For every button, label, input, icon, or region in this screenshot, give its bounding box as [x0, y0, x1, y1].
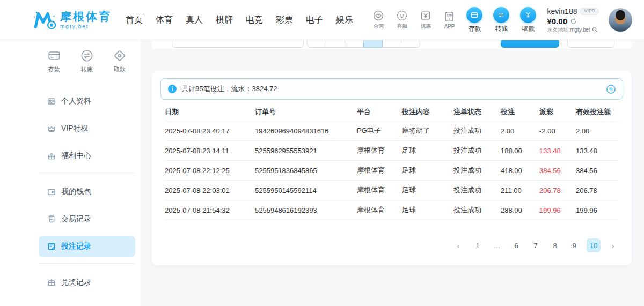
cell-valid: 199.96 — [576, 206, 619, 214]
filter-segment[interactable] — [382, 40, 401, 48]
sidebar-deposit-label: 存款 — [48, 65, 60, 73]
page-button-1[interactable]: 1 — [471, 238, 485, 252]
sidebar-item-wallet[interactable]: 我的钱包 — [39, 181, 135, 203]
cell-platform: PG电子 — [357, 126, 402, 136]
cell-date: 2025-07-08 23:40:17 — [165, 127, 255, 135]
sidebar-deposit-button[interactable]: 存款 — [47, 49, 61, 73]
sidebar-item-vip[interactable]: VIP特权 — [39, 118, 135, 139]
cell-status: 投注成功 — [453, 146, 501, 155]
balance-amount: ¥0.00 — [547, 16, 567, 27]
promotions-label: 优惠 — [420, 23, 431, 30]
bet-table: 日期 订单号 平台 投注内容 注单状态 投注 派彩 有效投注额 2025-07-… — [165, 103, 619, 220]
cell-payout: 384.56 — [539, 167, 576, 175]
avatar[interactable] — [609, 8, 632, 32]
sidebar-item-label: 投注记录 — [61, 242, 91, 251]
filter-segment[interactable] — [326, 40, 345, 48]
cell-valid: 2.00 — [576, 127, 619, 135]
cell-valid: 384.56 — [576, 167, 619, 175]
nav-item-lottery[interactable]: 彩票 — [276, 14, 293, 26]
page-button-8[interactable]: 8 — [548, 238, 562, 252]
sidebar-item-transactions[interactable]: 交易记录 — [39, 208, 135, 230]
page-button-9[interactable]: 9 — [567, 238, 581, 252]
search-button[interactable] — [501, 40, 559, 48]
cell-bet: 211.00 — [501, 186, 539, 195]
cell-status: 投注成功 — [453, 205, 501, 215]
sidebar-transfer-button[interactable]: 转账 — [80, 49, 94, 73]
app-label: APP — [444, 24, 455, 29]
card-icon — [47, 49, 61, 63]
brand-domain: mgty.bet — [60, 24, 112, 29]
brand-logo[interactable]: 摩根体育 mgty.bet — [33, 10, 112, 29]
prev-page-button[interactable]: ‹ — [451, 238, 465, 252]
filter-segment[interactable] — [345, 40, 364, 48]
cell-content: 足球 — [402, 185, 453, 195]
promotions-button[interactable]: 优惠 — [417, 10, 434, 30]
receipt-icon — [47, 215, 56, 223]
next-page-button[interactable]: › — [606, 238, 620, 252]
sidebar-withdraw-label: 取款 — [114, 65, 126, 73]
nav-item-entertainment[interactable]: 娱乐 — [336, 14, 353, 26]
sidebar-item-profile[interactable]: 个人资料 — [39, 91, 135, 112]
bet-list-icon — [47, 242, 56, 251]
id-card-icon — [47, 97, 56, 106]
sidebar-item-label: 个人资料 — [61, 96, 91, 106]
handshake-icon — [372, 10, 384, 21]
date-range-input[interactable] — [172, 40, 304, 48]
sidebar-item-bet-records[interactable]: 投注记录 — [39, 236, 135, 257]
transfer-button[interactable]: 转账 — [491, 7, 511, 33]
vip-badge: VIP0 — [580, 8, 599, 15]
withdraw-button[interactable]: 取款 — [518, 7, 538, 33]
coupon-icon — [420, 10, 431, 21]
page-ellipsis: … — [490, 238, 504, 252]
reset-button[interactable] — [567, 40, 614, 48]
cell-status: 投注成功 — [453, 185, 501, 195]
nav-item-live[interactable]: 真人 — [186, 14, 203, 26]
app-download-button[interactable]: APP APP — [441, 11, 458, 29]
cell-order: 1942609694094831616 — [255, 127, 357, 135]
page-button-10[interactable]: 10 — [587, 238, 601, 252]
pagination: ‹ 1 … 6 7 8 9 10 › — [160, 238, 620, 252]
brand-logo-icon — [33, 10, 56, 29]
page-button-7[interactable]: 7 — [529, 238, 543, 252]
nav-item-home[interactable]: 首页 — [126, 14, 143, 26]
nav-item-boardgames[interactable]: 棋牌 — [216, 14, 233, 26]
username[interactable]: kevin188 — [547, 6, 577, 16]
cell-order: 5255951836845865 — [255, 167, 357, 175]
gift-icon — [47, 152, 56, 160]
page-button-6[interactable]: 6 — [509, 238, 523, 252]
table-row[interactable]: 2025-07-08 22:12:25 5255951836845865 摩根体… — [165, 161, 619, 181]
magnifier-icon[interactable] — [592, 27, 598, 33]
table-row[interactable]: 2025-07-08 23:14:11 5255962955553921 摩根体… — [165, 141, 619, 161]
nav-item-esports[interactable]: 电竞 — [246, 14, 263, 26]
sidebar-withdraw-button[interactable]: 取款 — [113, 49, 127, 73]
customer-service-button[interactable]: 客服 — [393, 10, 411, 30]
table-row[interactable]: 2025-07-08 23:40:17 1942609694094831616 … — [165, 121, 619, 141]
table-row[interactable]: 2025-07-08 21:54:32 5255948616192393 摩根体… — [165, 200, 619, 220]
filter-segment[interactable] — [307, 40, 326, 48]
cell-content: 麻将胡了 — [402, 126, 453, 136]
cell-date: 2025-07-08 22:03:01 — [165, 186, 255, 195]
cell-platform: 摩根体育 — [357, 146, 402, 155]
diamond-badge-icon — [113, 49, 127, 63]
sidebar-item-welfare[interactable]: 福利中心 — [39, 145, 135, 167]
partner-button[interactable]: 合营 — [370, 10, 387, 30]
filter-form-cutoff — [152, 40, 632, 49]
nav-item-slots[interactable]: 电子 — [306, 14, 323, 26]
cell-content: 足球 — [402, 205, 453, 215]
cell-payout: -2.00 — [539, 127, 576, 135]
cell-status: 投注成功 — [453, 166, 501, 175]
svg-text:APP: APP — [447, 14, 452, 17]
table-row[interactable]: 2025-07-08 22:03:01 5255950145592114 摩根体… — [165, 181, 619, 200]
cell-content: 足球 — [402, 146, 453, 155]
cell-valid: 206.78 — [576, 186, 619, 195]
expand-plus-icon[interactable] — [606, 85, 616, 94]
filter-segment[interactable] — [401, 40, 420, 48]
cell-order: 5255950145592114 — [255, 186, 357, 195]
filter-segment-active[interactable] — [363, 40, 383, 48]
refresh-balance-icon[interactable] — [570, 18, 577, 25]
nav-item-sports[interactable]: 体育 — [156, 14, 173, 26]
customer-service-label: 客服 — [397, 23, 407, 30]
deposit-button[interactable]: 存款 — [464, 7, 485, 33]
cell-bet: 418.00 — [501, 167, 539, 175]
sidebar-item-redeem-records[interactable]: 兑奖记录 — [39, 272, 135, 293]
